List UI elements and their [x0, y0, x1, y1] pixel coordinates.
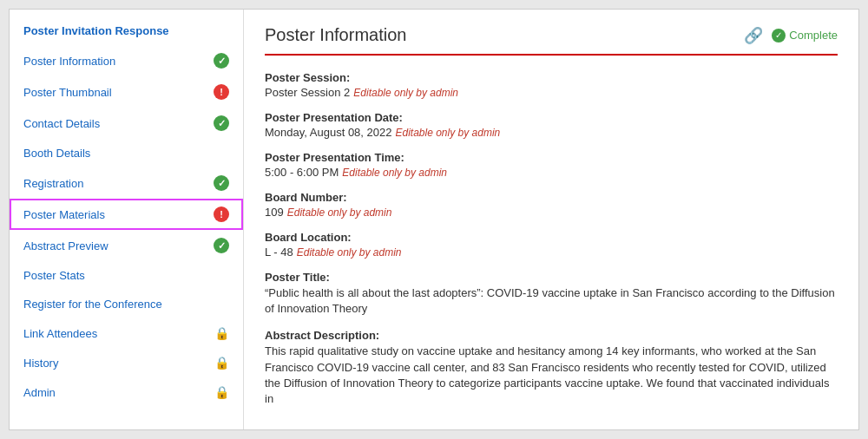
section-value: This rapid qualitative study on vaccine … [265, 344, 838, 407]
section-value: L - 48Editable only by admin [265, 246, 838, 259]
sidebar-item-link-attendees[interactable]: Link Attendees🔒 [10, 318, 243, 348]
lock-icon: 🔒 [214, 356, 229, 370]
editable-note: Editable only by admin [297, 246, 402, 259]
lock-icon: 🔒 [214, 326, 229, 340]
sidebar-item-poster-stats[interactable]: Poster Stats [10, 261, 243, 290]
sidebar-item-booth-details[interactable]: Booth Details [10, 139, 243, 167]
info-section-poster-title: Poster Title:“Public health is all about… [265, 271, 838, 317]
sidebar-item-poster-thumbnail[interactable]: Poster Thumbnail! [10, 76, 243, 108]
sidebar-item-label: Poster Information [23, 55, 115, 68]
sidebar-item-label: Registration [23, 177, 83, 190]
sidebar-item-label: Poster Stats [23, 269, 85, 282]
info-sections: Poster Session:Poster Session 2Editable … [265, 71, 838, 407]
sidebar-item-label: Booth Details [23, 147, 90, 160]
badge-error-icon: ! [214, 206, 229, 222]
sidebar-item-label: Admin [23, 386, 56, 399]
badge-complete-icon: ✓ [214, 238, 229, 253]
section-label: Poster Presentation Date: [265, 111, 838, 124]
section-label: Abstract Description: [265, 329, 838, 342]
section-value: Poster Session 2Editable only by admin [265, 86, 838, 99]
sidebar-item-registration[interactable]: Registration✓ [10, 167, 243, 199]
section-value: Monday, August 08, 2022Editable only by … [265, 126, 838, 139]
editable-note: Editable only by admin [353, 87, 458, 99]
sidebar-item-label: Abstract Preview [23, 239, 108, 252]
info-section-poster-session: Poster Session:Poster Session 2Editable … [265, 71, 838, 99]
sidebar-item-poster-information[interactable]: Poster Information✓ [10, 45, 243, 76]
main-content: Poster Information 🔗 ✓ Complete Poster S… [244, 10, 858, 429]
sidebar-item-label: Link Attendees [23, 327, 97, 340]
badge-complete-icon: ✓ [214, 115, 229, 131]
info-section-poster-presentation-time: Poster Presentation Time:5:00 - 6:00 PME… [265, 151, 838, 179]
editable-note: Editable only by admin [395, 127, 500, 139]
sidebar-item-history[interactable]: History🔒 [10, 348, 243, 377]
section-value: “Public health is all about the last ado… [265, 285, 838, 317]
badge-complete-icon: ✓ [214, 53, 229, 69]
sidebar-item-label: Poster Thumbnail [23, 86, 112, 99]
complete-status: ✓ Complete [772, 29, 838, 43]
main-header: Poster Information 🔗 ✓ Complete [265, 25, 838, 56]
section-label: Board Number: [265, 191, 838, 204]
sidebar-item-register-for-the-conference[interactable]: Register for the Conference [10, 290, 243, 318]
header-right: 🔗 ✓ Complete [744, 26, 838, 45]
section-label: Board Location: [265, 231, 838, 244]
sidebar-item-label: History [23, 357, 58, 370]
sidebar-item-poster-materials[interactable]: Poster Materials! [10, 199, 243, 230]
sidebar-item-contact-details[interactable]: Contact Details✓ [10, 108, 243, 139]
editable-note: Editable only by admin [287, 206, 392, 219]
sidebar-item-label: Contact Details [23, 117, 100, 130]
info-section-poster-presentation-date: Poster Presentation Date:Monday, August … [265, 111, 838, 139]
sidebar: Poster Invitation ResponsePoster Informa… [10, 10, 244, 429]
editable-note: Editable only by admin [342, 167, 447, 179]
info-section-abstract-description: Abstract Description:This rapid qualitat… [265, 329, 838, 407]
complete-label: Complete [789, 29, 838, 42]
page-title: Poster Information [265, 25, 406, 45]
sidebar-item-abstract-preview[interactable]: Abstract Preview✓ [10, 230, 243, 261]
sidebar-item-admin[interactable]: Admin🔒 [10, 377, 243, 407]
link-icon[interactable]: 🔗 [744, 26, 763, 45]
badge-complete-icon: ✓ [214, 175, 229, 191]
info-section-board-number: Board Number:109Editable only by admin [265, 191, 838, 219]
section-label: Poster Session: [265, 71, 838, 84]
sidebar-item-label: Register for the Conference [23, 298, 162, 311]
info-section-board-location: Board Location:L - 48Editable only by ad… [265, 231, 838, 259]
section-value: 109Editable only by admin [265, 206, 838, 219]
section-label: Poster Title: [265, 271, 838, 284]
section-value: 5:00 - 6:00 PMEditable only by admin [265, 166, 838, 179]
section-label: Poster Presentation Time: [265, 151, 838, 164]
sidebar-item-label: Poster Invitation Response [23, 24, 169, 37]
sidebar-item-poster-invitation-response[interactable]: Poster Invitation Response [10, 16, 243, 45]
complete-icon: ✓ [772, 29, 786, 43]
lock-icon: 🔒 [214, 385, 229, 399]
badge-error-icon: ! [214, 84, 229, 100]
sidebar-item-label: Poster Materials [23, 208, 105, 221]
